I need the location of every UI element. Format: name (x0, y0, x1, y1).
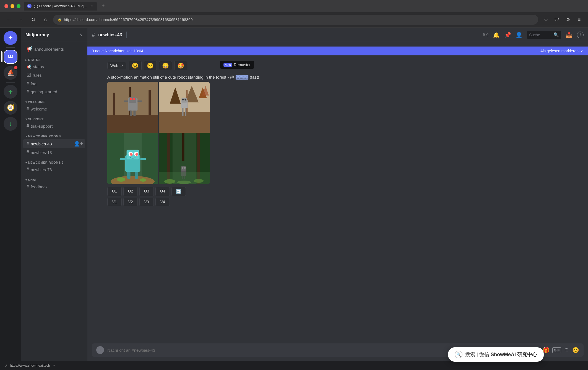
server-header[interactable]: Midjourney ∨ (21, 28, 87, 42)
category-support[interactable]: ▾ SUPPORT (21, 113, 87, 122)
pin-button[interactable]: 📌 (504, 32, 511, 38)
svg-point-57 (177, 181, 191, 184)
image-cell-2[interactable] (159, 82, 210, 133)
svg-point-55 (164, 179, 175, 184)
channel-item-faq[interactable]: # faq (23, 80, 85, 88)
channel-item-newbies-13[interactable]: # newbies-13 (23, 148, 85, 156)
link-url: https://www.showmeai.tech (10, 364, 50, 368)
v3-button[interactable]: V3 (139, 198, 154, 206)
category-welcome[interactable]: ▾ WELCOME (21, 96, 87, 105)
header-actions: # 9 🔔 📌 👤 Suche 🔍 📥 ? (483, 31, 584, 39)
new-tab-button[interactable]: + (99, 2, 107, 10)
v2-button[interactable]: V2 (123, 198, 138, 206)
search-icon[interactable]: 🔍 (553, 32, 559, 37)
channel-item-announcements[interactable]: 📢 announcements (23, 45, 85, 53)
maximize-dot[interactable] (17, 4, 20, 8)
category-newcomer-rooms-2[interactable]: ▾ NEWCOMER ROOMS 2 (21, 156, 87, 165)
emoji-reaction-2[interactable]: 😒 (144, 61, 157, 70)
add-member-icon[interactable]: 👤+ (74, 141, 83, 147)
hash-icon-newbies43: # (27, 141, 29, 146)
channel-item-feedback[interactable]: # feedback (23, 183, 85, 191)
discord-home-button[interactable]: ✦ (4, 31, 17, 45)
svg-rect-1 (107, 115, 158, 133)
back-button[interactable]: ← (4, 15, 13, 24)
emoji-reaction-3[interactable]: 😄 (159, 61, 172, 70)
midjourney-server-icon[interactable]: MJ (4, 50, 17, 64)
add-server-button[interactable]: + (4, 85, 17, 99)
download-button[interactable]: ↓ (4, 117, 17, 131)
minimize-dot[interactable] (11, 4, 14, 8)
address-bar[interactable]: 🔒 https://discord.com/channels/662267976… (53, 15, 538, 25)
attach-button[interactable]: + (96, 346, 104, 354)
category-label-support: SUPPORT (28, 117, 44, 121)
u3-button[interactable]: U3 (139, 187, 154, 196)
mute-button[interactable]: 🔔 (493, 32, 500, 38)
image-cell-1[interactable] (107, 82, 158, 133)
header-search-box[interactable]: Suche 🔍 (527, 31, 561, 39)
u2-button[interactable]: U2 (123, 187, 138, 196)
help-button[interactable]: ? (577, 32, 584, 38)
browser-chrome: D (1) Discord | #newbies-43 | Midj... ✕ … (0, 0, 588, 28)
svg-point-40 (117, 177, 125, 182)
channel-header: # newbies-43 # 9 🔔 📌 👤 Suche 🔍 📥 ? (87, 28, 588, 42)
messages-area[interactable]: 3 neue Nachrichten seit 13:04 Als gelese… (87, 42, 588, 341)
server-header-chevron-icon: ∨ (80, 32, 83, 37)
category-status[interactable]: ▸ STATUS (21, 54, 87, 63)
emoji-reaction-1[interactable]: 😫 (129, 61, 142, 70)
remaster-text: Remaster (234, 63, 251, 67)
svg-point-51 (184, 167, 186, 169)
tab-title: (1) Discord | #newbies-43 | Midj... (34, 4, 87, 8)
gift-icon[interactable]: 🎁 (543, 347, 550, 353)
shield-button[interactable]: 🛡 (553, 15, 561, 24)
sailboat-server-icon[interactable]: ⛵ (4, 66, 17, 80)
refresh-button[interactable]: 🔄 (171, 187, 186, 196)
gif-button[interactable]: GIF (552, 347, 561, 353)
sticker-icon[interactable]: 🗒 (564, 347, 569, 353)
refresh-button[interactable]: ↻ (29, 15, 38, 24)
tab-close-button[interactable]: ✕ (89, 4, 94, 8)
web-link-button[interactable]: Web ↗ (107, 62, 126, 69)
image-cell-4[interactable] (159, 133, 210, 184)
category-chat[interactable]: ▾ CHAT (21, 174, 87, 183)
category-label-welcome: WELCOME (28, 100, 45, 104)
members-button[interactable]: 👤 (516, 32, 522, 38)
v1-button[interactable]: V1 (107, 198, 122, 206)
bookmark-button[interactable]: ☆ (542, 15, 550, 24)
discord-logo: ✦ (8, 34, 13, 42)
link-icon: ↗ (4, 363, 8, 368)
menu-button[interactable]: ≡ (575, 15, 584, 24)
prompt-text: A stop-motion animation still of a cute … (107, 75, 234, 79)
inbox-button[interactable]: 📥 (566, 32, 573, 38)
channel-item-rules[interactable]: ☑ rules (23, 71, 85, 79)
hash-members-icon: # (483, 32, 485, 37)
explore-button[interactable]: 🧭 (4, 101, 17, 115)
svg-rect-22 (182, 108, 184, 116)
browser-dots (4, 4, 20, 8)
channel-header-hash-icon: # (92, 32, 95, 38)
channel-item-getting-started[interactable]: # getting-started (23, 88, 85, 96)
channel-item-trial-support[interactable]: # trial-support (23, 122, 85, 130)
svg-rect-2 (113, 93, 115, 115)
channel-item-welcome[interactable]: # welcome (23, 105, 85, 113)
v4-button[interactable]: V4 (155, 198, 170, 206)
home-button[interactable]: ⌂ (41, 15, 50, 24)
close-dot[interactable] (4, 4, 8, 8)
member-count-icon[interactable]: # 9 (483, 32, 488, 37)
forward-button[interactable]: → (17, 15, 25, 24)
server-divider-1 (6, 47, 15, 48)
emoji-reaction-4[interactable]: 🤩 (174, 61, 187, 70)
message-prompt: A stop-motion animation still of a cute … (107, 75, 584, 79)
image-cell-3[interactable] (107, 133, 158, 184)
mark-read-button[interactable]: Als gelesen markieren ✓ (540, 49, 584, 53)
settings-button[interactable]: ⚙ (564, 15, 573, 24)
channel-item-newbies-43[interactable]: # newbies-43 👤+ (23, 139, 85, 148)
active-tab[interactable]: D (1) Discord | #newbies-43 | Midj... ✕ (24, 2, 97, 11)
svg-rect-38 (120, 158, 125, 160)
emoji-picker-icon[interactable]: 😊 (572, 347, 579, 353)
channel-item-newbies-73[interactable]: # newbies-73 (23, 166, 85, 173)
category-newcomer-rooms[interactable]: ▾ NEWCOMER ROOMS (21, 130, 87, 139)
robot-image-2 (159, 82, 210, 133)
u1-button[interactable]: U1 (107, 187, 122, 196)
u4-button[interactable]: U4 (155, 187, 170, 196)
channel-item-status[interactable]: 📢 status (23, 63, 85, 70)
